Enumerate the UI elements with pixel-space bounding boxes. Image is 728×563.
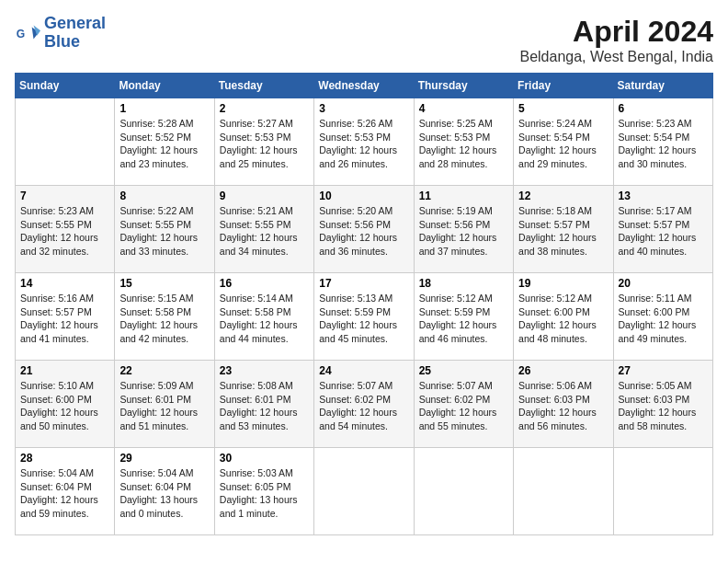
day-number: 19 bbox=[518, 277, 608, 290]
day-info: Sunrise: 5:27 AMSunset: 5:53 PMDaylight:… bbox=[220, 117, 309, 171]
day-number: 6 bbox=[619, 102, 708, 115]
day-info: Sunrise: 5:24 AMSunset: 5:54 PMDaylight:… bbox=[518, 117, 608, 171]
calendar-cell bbox=[514, 448, 613, 535]
calendar-cell: 15Sunrise: 5:15 AMSunset: 5:58 PMDayligh… bbox=[115, 273, 214, 361]
calendar-cell: 17Sunrise: 5:13 AMSunset: 5:59 PMDayligh… bbox=[314, 273, 414, 361]
logo-line1: General bbox=[44, 14, 106, 32]
day-number: 1 bbox=[119, 102, 209, 115]
day-number: 11 bbox=[419, 190, 508, 202]
day-info: Sunrise: 5:20 AMSunset: 5:56 PMDaylight:… bbox=[319, 204, 408, 259]
day-info: Sunrise: 5:11 AMSunset: 6:00 PMDaylight:… bbox=[619, 292, 708, 346]
week-row-3: 14Sunrise: 5:16 AMSunset: 5:57 PMDayligh… bbox=[16, 273, 713, 361]
calendar-cell: 6Sunrise: 5:23 AMSunset: 5:54 PMDaylight… bbox=[613, 98, 712, 186]
calendar-cell: 16Sunrise: 5:14 AMSunset: 5:58 PMDayligh… bbox=[214, 273, 313, 361]
day-info: Sunrise: 5:23 AMSunset: 5:55 PMDaylight:… bbox=[20, 204, 109, 259]
calendar-cell bbox=[414, 448, 513, 535]
day-number: 21 bbox=[20, 364, 109, 377]
day-info: Sunrise: 5:04 AMSunset: 6:04 PMDaylight:… bbox=[119, 466, 209, 521]
svg-text:G: G bbox=[17, 27, 25, 40]
logo-line2: Blue bbox=[44, 32, 80, 51]
day-number: 17 bbox=[319, 277, 408, 290]
day-info: Sunrise: 5:17 AMSunset: 5:57 PMDaylight:… bbox=[619, 204, 708, 259]
column-header-friday: Friday bbox=[514, 74, 613, 98]
day-info: Sunrise: 5:16 AMSunset: 5:57 PMDaylight:… bbox=[20, 292, 109, 346]
day-number: 16 bbox=[220, 277, 309, 290]
calendar-cell: 29Sunrise: 5:04 AMSunset: 6:04 PMDayligh… bbox=[115, 448, 214, 535]
week-row-5: 28Sunrise: 5:04 AMSunset: 6:04 PMDayligh… bbox=[16, 448, 713, 535]
calendar-cell: 28Sunrise: 5:04 AMSunset: 6:04 PMDayligh… bbox=[16, 448, 115, 535]
day-info: Sunrise: 5:08 AMSunset: 6:01 PMDaylight:… bbox=[220, 379, 309, 433]
day-number: 15 bbox=[119, 277, 209, 290]
day-number: 12 bbox=[518, 190, 608, 202]
day-info: Sunrise: 5:28 AMSunset: 5:52 PMDaylight:… bbox=[119, 117, 209, 171]
day-number: 18 bbox=[419, 277, 508, 290]
column-header-saturday: Saturday bbox=[613, 74, 712, 98]
calendar-cell: 27Sunrise: 5:05 AMSunset: 6:03 PMDayligh… bbox=[613, 361, 712, 448]
day-info: Sunrise: 5:14 AMSunset: 5:58 PMDaylight:… bbox=[220, 292, 309, 346]
day-number: 28 bbox=[20, 452, 109, 465]
day-number: 2 bbox=[220, 102, 309, 115]
day-info: Sunrise: 5:10 AMSunset: 6:00 PMDaylight:… bbox=[20, 379, 109, 433]
day-info: Sunrise: 5:12 AMSunset: 5:59 PMDaylight:… bbox=[419, 292, 508, 346]
day-number: 20 bbox=[619, 277, 708, 290]
logo: G General Blue bbox=[15, 15, 106, 52]
calendar-cell bbox=[314, 448, 414, 535]
title-block: April 2024 Beldanga, West Bengal, India bbox=[519, 15, 713, 65]
day-info: Sunrise: 5:15 AMSunset: 5:58 PMDaylight:… bbox=[119, 292, 209, 346]
logo-icon: G bbox=[15, 20, 40, 46]
day-info: Sunrise: 5:06 AMSunset: 6:03 PMDaylight:… bbox=[518, 379, 608, 433]
calendar-cell: 13Sunrise: 5:17 AMSunset: 5:57 PMDayligh… bbox=[613, 186, 712, 273]
day-number: 30 bbox=[220, 452, 309, 465]
calendar-cell: 24Sunrise: 5:07 AMSunset: 6:02 PMDayligh… bbox=[314, 361, 414, 448]
calendar-cell: 19Sunrise: 5:12 AMSunset: 6:00 PMDayligh… bbox=[514, 273, 613, 361]
calendar-cell bbox=[16, 98, 115, 186]
column-header-sunday: Sunday bbox=[16, 74, 115, 98]
day-info: Sunrise: 5:13 AMSunset: 5:59 PMDaylight:… bbox=[319, 292, 408, 346]
day-info: Sunrise: 5:07 AMSunset: 6:02 PMDaylight:… bbox=[419, 379, 508, 433]
day-number: 25 bbox=[419, 364, 508, 377]
day-number: 26 bbox=[518, 364, 608, 377]
week-row-4: 21Sunrise: 5:10 AMSunset: 6:00 PMDayligh… bbox=[16, 361, 713, 448]
column-header-thursday: Thursday bbox=[414, 74, 513, 98]
calendar-header-row: SundayMondayTuesdayWednesdayThursdayFrid… bbox=[16, 74, 713, 98]
column-header-monday: Monday bbox=[115, 74, 214, 98]
calendar-cell: 2Sunrise: 5:27 AMSunset: 5:53 PMDaylight… bbox=[214, 98, 313, 186]
day-info: Sunrise: 5:22 AMSunset: 5:55 PMDaylight:… bbox=[119, 204, 209, 259]
month-title: April 2024 bbox=[519, 15, 713, 49]
week-row-1: 1Sunrise: 5:28 AMSunset: 5:52 PMDaylight… bbox=[16, 98, 713, 186]
calendar-cell: 12Sunrise: 5:18 AMSunset: 5:57 PMDayligh… bbox=[514, 186, 613, 273]
calendar-cell: 18Sunrise: 5:12 AMSunset: 5:59 PMDayligh… bbox=[414, 273, 513, 361]
calendar-cell: 26Sunrise: 5:06 AMSunset: 6:03 PMDayligh… bbox=[514, 361, 613, 448]
calendar-cell: 10Sunrise: 5:20 AMSunset: 5:56 PMDayligh… bbox=[314, 186, 414, 273]
location-title: Beldanga, West Bengal, India bbox=[519, 49, 713, 65]
day-number: 8 bbox=[119, 190, 209, 202]
day-info: Sunrise: 5:05 AMSunset: 6:03 PMDaylight:… bbox=[619, 379, 708, 433]
calendar-cell: 22Sunrise: 5:09 AMSunset: 6:01 PMDayligh… bbox=[115, 361, 214, 448]
day-number: 4 bbox=[419, 102, 508, 115]
calendar-cell: 5Sunrise: 5:24 AMSunset: 5:54 PMDaylight… bbox=[514, 98, 613, 186]
day-number: 13 bbox=[619, 190, 708, 202]
day-number: 24 bbox=[319, 364, 408, 377]
calendar-cell: 8Sunrise: 5:22 AMSunset: 5:55 PMDaylight… bbox=[115, 186, 214, 273]
calendar-cell: 11Sunrise: 5:19 AMSunset: 5:56 PMDayligh… bbox=[414, 186, 513, 273]
day-info: Sunrise: 5:04 AMSunset: 6:04 PMDaylight:… bbox=[20, 466, 109, 521]
calendar-cell: 7Sunrise: 5:23 AMSunset: 5:55 PMDaylight… bbox=[16, 186, 115, 273]
logo-text: General Blue bbox=[44, 15, 106, 52]
day-info: Sunrise: 5:18 AMSunset: 5:57 PMDaylight:… bbox=[518, 204, 608, 259]
calendar-cell: 9Sunrise: 5:21 AMSunset: 5:55 PMDaylight… bbox=[214, 186, 313, 273]
day-number: 22 bbox=[119, 364, 209, 377]
calendar-cell: 4Sunrise: 5:25 AMSunset: 5:53 PMDaylight… bbox=[414, 98, 513, 186]
day-info: Sunrise: 5:03 AMSunset: 6:05 PMDaylight:… bbox=[220, 466, 309, 521]
day-info: Sunrise: 5:21 AMSunset: 5:55 PMDaylight:… bbox=[220, 204, 309, 259]
day-number: 27 bbox=[619, 364, 708, 377]
calendar-cell: 25Sunrise: 5:07 AMSunset: 6:02 PMDayligh… bbox=[414, 361, 513, 448]
calendar-cell: 14Sunrise: 5:16 AMSunset: 5:57 PMDayligh… bbox=[16, 273, 115, 361]
day-info: Sunrise: 5:07 AMSunset: 6:02 PMDaylight:… bbox=[319, 379, 408, 433]
day-number: 23 bbox=[220, 364, 309, 377]
calendar-cell: 20Sunrise: 5:11 AMSunset: 6:00 PMDayligh… bbox=[613, 273, 712, 361]
week-row-2: 7Sunrise: 5:23 AMSunset: 5:55 PMDaylight… bbox=[16, 186, 713, 273]
calendar-cell: 1Sunrise: 5:28 AMSunset: 5:52 PMDaylight… bbox=[115, 98, 214, 186]
day-number: 5 bbox=[518, 102, 608, 115]
calendar-cell: 21Sunrise: 5:10 AMSunset: 6:00 PMDayligh… bbox=[16, 361, 115, 448]
day-info: Sunrise: 5:23 AMSunset: 5:54 PMDaylight:… bbox=[619, 117, 708, 171]
